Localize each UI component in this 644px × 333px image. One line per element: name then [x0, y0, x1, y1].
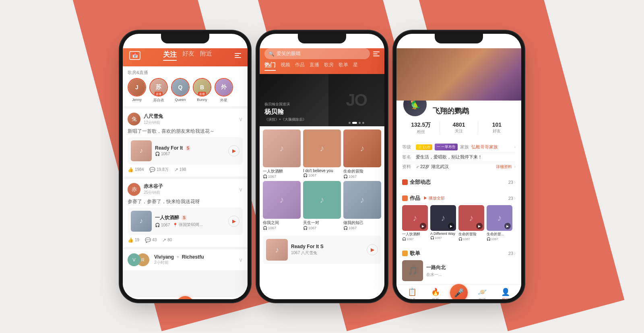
- grid-thumb-2-1: ♪: [263, 181, 301, 219]
- play-btn-2[interactable]: ▶: [228, 216, 239, 227]
- playlist-item-1[interactable]: 🎵 一路向北 在水一...: [396, 260, 521, 284]
- story-outer-avatar: 外: [215, 78, 233, 97]
- calendar-icon[interactable]: 📅: [129, 51, 140, 60]
- tab-guanzhu[interactable]: 关注: [163, 50, 177, 61]
- featured-item[interactable]: ♪ Ready For It S 1067 八尺雪兔 ▶: [263, 236, 381, 264]
- search-bar[interactable]: 🔍 爱笑的眼睛: [264, 48, 370, 59]
- work-play-overlay-2: ▶: [448, 223, 454, 229]
- work-play-overlay-4: ▶: [504, 223, 511, 229]
- phone-1-time: 9:41: [131, 40, 140, 45]
- feed-chevron-1[interactable]: ∨: [239, 116, 243, 122]
- grid-plays-2-1: 🎧1067: [263, 226, 301, 230]
- story-subaiyi[interactable]: 苏 直播 苏白衣: [149, 78, 168, 103]
- feed-user-row-2: 赤 赤木谷子 25分钟前 ∨: [128, 183, 243, 196]
- feed-comment-1[interactable]: 💬 19.8万: [149, 167, 168, 173]
- story-jenny[interactable]: J Jenny: [128, 78, 146, 103]
- comment-icon-2: 💬: [145, 237, 151, 243]
- detail-link[interactable]: 详细资料: [496, 164, 512, 170]
- work-item-2[interactable]: ♪ ▶ A Different Way 🎧1067: [430, 205, 456, 241]
- phone-1: 9:41 ▲ 📅 关注 好友 附近: [123, 34, 248, 299]
- family-arrow[interactable]: ›: [514, 145, 516, 149]
- tab-room[interactable]: 歌房: [324, 62, 334, 71]
- feed-music-card-1[interactable]: ♪ Ready For It S 🎧 1067 ▶: [128, 137, 243, 164]
- feed-username-2: 赤木谷子: [144, 183, 163, 190]
- playlist-icon-section: [402, 251, 408, 256]
- feed-like-1[interactable]: 👍 1984: [128, 167, 144, 173]
- phone-1-bottom-nav: 📋 动态 🔥 推荐 🎤 🪐 发现 👤 我的: [123, 296, 248, 299]
- tab-playlist[interactable]: 歌单: [339, 62, 348, 71]
- grid-item-1-2[interactable]: ♪ I do't believe you 🎧1067: [303, 130, 341, 179]
- story-queen[interactable]: Q Queen: [171, 78, 190, 103]
- info-arrow[interactable]: ›: [514, 164, 516, 169]
- grid-thumb-1-1: ♪: [263, 130, 301, 167]
- bottom-nav-center-1[interactable]: 🎤: [176, 296, 194, 300]
- work-item-4[interactable]: ♪ ▶ 生命的冒... 🎧1067: [487, 205, 512, 241]
- feed-share-1[interactable]: ↗ 198: [174, 167, 186, 173]
- stories-section: 歌房&直播 J Jenny 苏 直播 苏白衣: [123, 66, 248, 106]
- grid-item-2-3[interactable]: ♪ 做我的知己 🎧1067: [343, 181, 381, 230]
- activity-arrow[interactable]: ›: [514, 179, 516, 185]
- grid-thumb-1-2: ♪: [303, 130, 341, 167]
- featured-meta: 1067 八尺雪兔: [291, 250, 363, 256]
- stat-following[interactable]: 4801 关注: [440, 121, 477, 135]
- works-arrow[interactable]: ›: [514, 195, 516, 201]
- tab-video[interactable]: 视频: [281, 62, 290, 71]
- feed-avatar-2: 赤: [128, 183, 140, 196]
- phone-3-banner: [396, 48, 521, 101]
- feed-chevron-3[interactable]: ∨: [239, 257, 243, 263]
- tab-fujin[interactable]: 附近: [200, 50, 212, 61]
- music-title-2: 一人饮酒醉 S: [155, 214, 225, 221]
- stat-fans[interactable]: 132.5万 粉丝: [402, 121, 440, 135]
- nav-tabs: 关注 好友 附近: [163, 50, 212, 61]
- story-subaiyi-live: 直播: [155, 92, 163, 97]
- tab-live[interactable]: 直播: [310, 62, 319, 71]
- fans-num: 132.5万: [402, 121, 440, 129]
- level-badge-2: 一 一草布告: [435, 144, 458, 150]
- bottom-nav-center-3[interactable]: 🎤: [450, 284, 468, 300]
- feed-user-info-1: 兔 八尺雪兔 12分钟前: [128, 113, 163, 125]
- feed-chevron-2[interactable]: ∨: [239, 186, 243, 193]
- chart-icon[interactable]: [235, 53, 241, 58]
- feed-share-2[interactable]: ↗ 80: [162, 237, 172, 243]
- tab-works[interactable]: 作品: [295, 62, 305, 71]
- grid-plays-1-1: 🎧1067: [263, 175, 301, 179]
- chart-icon-2[interactable]: [373, 51, 380, 56]
- feed-like-2[interactable]: 👍 19: [128, 237, 139, 243]
- work-item-3[interactable]: ♪ ▶ 生命的冒险 🎧1067: [458, 205, 484, 241]
- feed-comment-2[interactable]: 💬 43: [145, 237, 157, 243]
- tab-star[interactable]: 星: [353, 62, 358, 71]
- feed-music-card-2[interactable]: ♪ 一人饮酒醉 S 🎧 1067 📍 张国荣60周... ▶: [128, 208, 243, 235]
- featured-banner[interactable]: 杨贝翰全国巡演 杨贝翰 《演技》+《大脑摘除后》 JO: [260, 74, 384, 126]
- bottom-nav-activity-3[interactable]: 📋 动态: [403, 288, 421, 299]
- stat-friends[interactable]: 101 好友: [478, 121, 516, 135]
- grid-item-2-2[interactable]: ♪ 天生一对 🎧1067: [303, 181, 341, 230]
- work-plays-1: 🎧1067: [402, 237, 428, 241]
- story-outer[interactable]: 外 外星: [215, 78, 233, 103]
- bottom-nav-profile-3[interactable]: 👤 我的: [497, 288, 514, 299]
- works-icon-section: [402, 195, 408, 201]
- phone-2-time: 9:41: [268, 40, 277, 45]
- works-section-header: 作品 ▶ 播放全部 23 ›: [396, 191, 521, 205]
- phone-2-status-icons: ▲: [356, 41, 376, 45]
- tab-hot[interactable]: 热门: [264, 62, 276, 71]
- play-btn-1[interactable]: ▶: [228, 145, 239, 156]
- playlist-thumb-1: 🎵: [402, 260, 423, 281]
- level-label: 等级: [402, 144, 413, 150]
- work-play-overlay-3: ▶: [476, 223, 483, 229]
- playlist-arrow[interactable]: ›: [514, 251, 516, 256]
- play-all-btn[interactable]: ▶ 播放全部: [423, 195, 445, 201]
- grid-item-1-1[interactable]: ♪ 一人饮酒醉 🎧1067: [263, 130, 301, 179]
- grid-item-1-3[interactable]: ♪ 生命的冒险 🎧1067: [343, 130, 381, 179]
- bottom-nav-discover-3[interactable]: 🪐 发现: [473, 288, 491, 299]
- featured-play-btn[interactable]: ▶: [367, 244, 378, 255]
- grid-item-2-1[interactable]: ♪ 你我之间 🎧1067: [263, 181, 301, 230]
- bottom-nav-recommend-3[interactable]: 🔥 推荐: [427, 288, 444, 299]
- story-outer-name: 外星: [220, 98, 227, 103]
- profile-stats: 132.5万 粉丝 4801 关注 101 好友: [402, 121, 516, 135]
- story-bunny[interactable]: B 直播 Bunny: [193, 78, 211, 103]
- tab-youyou[interactable]: 好友: [182, 50, 194, 61]
- work-item-1[interactable]: ♪ ▶ 一人饮酒醉 🎧1067: [402, 205, 428, 241]
- fans-label: 粉丝: [402, 129, 440, 135]
- feed-item-3: V R Viviyang + Richestfu 2小时前 ∨: [123, 249, 248, 270]
- phone-1-header: 📅 关注 好友 附近: [123, 48, 248, 66]
